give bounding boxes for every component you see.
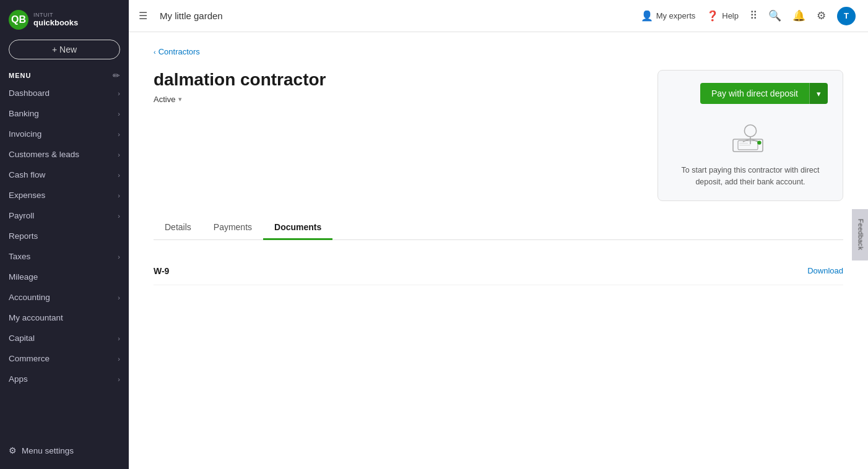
status-label: Active xyxy=(154,95,175,104)
document-name: W-9 xyxy=(154,266,169,276)
sidebar-item-label-invoicing: Invoicing xyxy=(9,129,118,139)
menu-header: MENU ✏ xyxy=(0,67,129,83)
sidebar-item-label-dashboard: Dashboard xyxy=(9,88,118,98)
gear-icon: ⚙ xyxy=(9,445,17,455)
sidebar-item-label-expenses: Expenses xyxy=(9,191,118,200)
breadcrumb-chevron-icon: ‹ xyxy=(154,48,156,56)
sidebar-item-cashflow[interactable]: Cash flow› xyxy=(0,165,129,185)
sidebar-item-reports[interactable]: Reports xyxy=(0,226,129,246)
sidebar-item-label-accounting: Accounting xyxy=(9,293,118,302)
sidebar-item-customers[interactable]: Customers & leads› xyxy=(0,144,129,165)
svg-point-10 xyxy=(757,140,761,144)
tab-payments[interactable]: Payments xyxy=(202,216,263,240)
sidebar-item-label-myaccountant: My accountant xyxy=(9,313,120,322)
sidebar-item-commerce[interactable]: Commerce› xyxy=(0,348,129,369)
sidebar-item-label-taxes: Taxes xyxy=(9,252,118,261)
my-experts-label: My experts xyxy=(656,11,696,20)
breadcrumb[interactable]: ‹ Contractors xyxy=(154,47,843,56)
sidebar-item-label-mileage: Mileage xyxy=(9,272,120,282)
search-icon[interactable]: 🔍 xyxy=(768,9,781,22)
sidebar-item-invoicing[interactable]: Invoicing› xyxy=(0,124,129,144)
direct-deposit-description: To start paying this contractor with dir… xyxy=(673,165,828,188)
notification-icon[interactable]: 🔔 xyxy=(792,9,805,22)
sidebar-item-expenses[interactable]: Expenses› xyxy=(0,185,129,205)
topbar-title: My little garden xyxy=(160,11,635,21)
quickbooks-logo-icon: QB xyxy=(9,10,28,30)
sidebar-logo: QB intuit quickbooks xyxy=(0,0,129,37)
avatar[interactable]: T xyxy=(837,7,856,25)
person-icon: 👤 xyxy=(641,10,653,22)
sidebar-item-dashboard[interactable]: Dashboard› xyxy=(0,83,129,103)
sidebar-item-capital[interactable]: Capital› xyxy=(0,328,129,348)
sidebar-item-payroll[interactable]: Payroll› xyxy=(0,205,129,226)
settings-icon[interactable]: ⚙ xyxy=(817,9,826,22)
pay-direct-deposit-chevron-button[interactable]: ▾ xyxy=(809,83,828,104)
sidebar-item-accounting[interactable]: Accounting› xyxy=(0,287,129,308)
content-area: ‹ Contractors dalmation contractor Activ… xyxy=(129,32,868,469)
sidebar-item-label-customers: Customers & leads xyxy=(9,150,118,159)
document-row: W-9Download xyxy=(154,257,843,285)
quickbooks-label: quickbooks xyxy=(33,19,78,27)
sidebar-item-label-payroll: Payroll xyxy=(9,211,118,220)
chevron-right-icon: › xyxy=(118,192,120,199)
chevron-right-icon: › xyxy=(118,294,120,301)
edit-icon[interactable]: ✏ xyxy=(113,71,120,80)
help-button[interactable]: ❓ Help xyxy=(706,10,739,22)
my-experts-button[interactable]: 👤 My experts xyxy=(641,10,696,22)
breadcrumb-label[interactable]: Contractors xyxy=(158,47,200,56)
header-row: dalmation contractor Active ▾ Pay with d… xyxy=(154,70,843,201)
nav-items: Dashboard›Banking›Invoicing›Customers & … xyxy=(0,83,129,389)
svg-point-6 xyxy=(744,125,756,137)
status-chevron-icon: ▾ xyxy=(178,95,182,103)
sidebar-item-apps[interactable]: Apps› xyxy=(0,369,129,389)
new-button[interactable]: + New xyxy=(9,40,120,59)
topbar-actions: 👤 My experts ❓ Help ⠿ 🔍 🔔 ⚙ T xyxy=(641,7,856,25)
sidebar: QB intuit quickbooks + New MENU ✏ Dashbo… xyxy=(0,0,129,469)
chevron-right-icon: › xyxy=(118,355,120,363)
help-label: Help xyxy=(722,11,739,20)
direct-deposit-card: Pay with direct deposit ▾ xyxy=(658,70,843,201)
sidebar-item-label-commerce: Commerce xyxy=(9,354,118,363)
chevron-right-icon: › xyxy=(118,151,120,158)
feedback-tab[interactable]: Feedback xyxy=(853,209,868,260)
documents-list: W-9Download xyxy=(154,257,843,285)
hamburger-icon[interactable]: ☰ xyxy=(139,10,147,22)
chevron-right-icon: › xyxy=(118,171,120,179)
grid-icon[interactable]: ⠿ xyxy=(750,9,757,22)
download-link[interactable]: Download xyxy=(807,266,843,275)
pay-dd-row: Pay with direct deposit ▾ xyxy=(673,83,828,104)
menu-settings-label: Menu settings xyxy=(22,446,74,455)
sidebar-item-label-cashflow: Cash flow xyxy=(9,170,118,179)
chevron-right-icon: › xyxy=(118,110,120,118)
sidebar-footer: ⚙ Menu settings xyxy=(0,436,129,469)
sidebar-item-myaccountant[interactable]: My accountant xyxy=(0,308,129,328)
help-icon: ❓ xyxy=(706,10,719,22)
sidebar-item-mileage[interactable]: Mileage xyxy=(0,267,129,287)
topbar: ☰ My little garden 👤 My experts ❓ Help ⠿… xyxy=(129,0,868,32)
tab-details[interactable]: Details xyxy=(154,216,202,240)
logo-text: intuit quickbooks xyxy=(33,12,78,27)
menu-label: MENU xyxy=(9,72,31,79)
direct-deposit-illustration xyxy=(726,115,775,158)
main-content: ☰ My little garden 👤 My experts ❓ Help ⠿… xyxy=(129,0,868,469)
menu-settings-item[interactable]: ⚙ Menu settings xyxy=(9,441,120,460)
svg-text:QB: QB xyxy=(11,14,26,25)
sidebar-item-label-banking: Banking xyxy=(9,109,118,118)
sidebar-item-label-reports: Reports xyxy=(9,231,120,241)
contractor-name: dalmation contractor xyxy=(154,70,326,90)
sidebar-item-label-apps: Apps xyxy=(9,374,118,384)
sidebar-item-taxes[interactable]: Taxes› xyxy=(0,246,129,267)
chevron-right-icon: › xyxy=(118,376,120,383)
sidebar-item-label-capital: Capital xyxy=(9,333,118,343)
sidebar-item-banking[interactable]: Banking› xyxy=(0,103,129,124)
tabs-row: DetailsPaymentsDocuments xyxy=(154,216,843,240)
chevron-right-icon: › xyxy=(118,212,120,220)
tab-documents[interactable]: Documents xyxy=(263,216,332,240)
pay-direct-deposit-button[interactable]: Pay with direct deposit xyxy=(700,83,809,104)
chevron-right-icon: › xyxy=(118,131,120,138)
chevron-right-icon: › xyxy=(118,253,120,260)
status-badge[interactable]: Active ▾ xyxy=(154,95,182,104)
chevron-right-icon: › xyxy=(118,335,120,342)
contractor-info: dalmation contractor Active ▾ xyxy=(154,70,326,105)
chevron-right-icon: › xyxy=(118,90,120,97)
